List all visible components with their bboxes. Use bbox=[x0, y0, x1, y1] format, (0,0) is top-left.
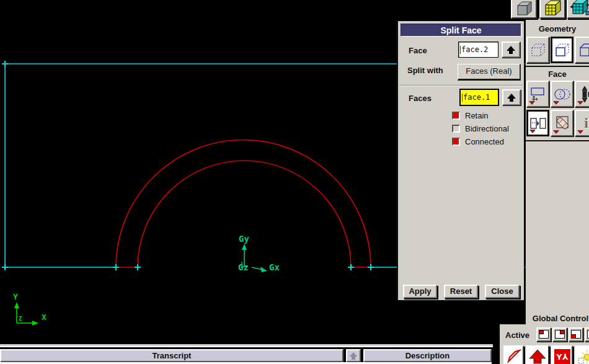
face-commands-row-1 bbox=[526, 81, 589, 107]
gz-axis-label: Gz bbox=[238, 262, 249, 272]
quadrant-top-left-icon bbox=[539, 330, 549, 339]
up-arrow-icon bbox=[350, 352, 357, 360]
apply-button[interactable]: Apply bbox=[403, 285, 437, 298]
orient-pointer-button[interactable] bbox=[503, 345, 524, 364]
dropdown-arrow-icon bbox=[529, 101, 535, 105]
x-axis-label: X bbox=[42, 313, 46, 322]
face-input-value: face.2 bbox=[461, 45, 488, 54]
global-control-label: Global Control bbox=[529, 314, 589, 323]
faces-pick-button[interactable] bbox=[502, 89, 521, 105]
z-axis-label: Z bbox=[19, 316, 22, 322]
y-axis-label: Y bbox=[13, 292, 18, 301]
description-header[interactable]: Description bbox=[363, 349, 492, 362]
face-info-button[interactable]: i bbox=[575, 110, 589, 136]
face-commands-row-2: i bbox=[526, 110, 589, 136]
zones-cube-icon bbox=[569, 0, 589, 16]
zones-operation-button[interactable] bbox=[567, 0, 589, 19]
mesh-cube-icon bbox=[542, 0, 562, 16]
dropdown-arrow-icon bbox=[529, 130, 536, 133]
transcript-header[interactable]: Transcript bbox=[0, 349, 343, 362]
quadrant-bottom-left-icon bbox=[571, 330, 581, 339]
connected-label: Connected bbox=[465, 137, 504, 146]
text-cursor bbox=[460, 46, 461, 54]
retain-label: Retain bbox=[465, 111, 489, 120]
geometry-operation-button[interactable] bbox=[511, 0, 537, 19]
active-quadrant-4-button[interactable] bbox=[585, 327, 589, 342]
vertex-mode-button[interactable] bbox=[526, 37, 549, 63]
bandage-icon bbox=[553, 114, 572, 133]
active-quadrant-2-button[interactable] bbox=[552, 327, 567, 342]
quadrant-top-right-icon bbox=[555, 330, 565, 339]
axis-triad-icon: Y⅄ bbox=[554, 348, 571, 364]
dropdown-arrow-icon bbox=[577, 130, 583, 134]
geometry-cube-icon bbox=[515, 0, 533, 16]
connected-option[interactable]: Connected bbox=[452, 137, 504, 146]
faces-input-value: face.1 bbox=[463, 93, 490, 102]
fit-to-window-button[interactable] bbox=[526, 345, 549, 364]
dropdown-arrow-icon bbox=[553, 130, 559, 134]
operation-sidebar: Geometry bbox=[525, 19, 589, 364]
retain-option[interactable]: Retain bbox=[452, 111, 489, 120]
geometry-section-label: Geometry bbox=[526, 24, 589, 33]
active-label: Active bbox=[505, 331, 529, 340]
vertex-cube-icon bbox=[529, 42, 547, 59]
mesh-operation-button[interactable] bbox=[539, 0, 565, 19]
axis-arrowhead-gy bbox=[242, 244, 247, 250]
gx-axis-label: Gx bbox=[269, 262, 280, 272]
face-section-label: Face bbox=[526, 69, 589, 79]
boolean-faces-button[interactable] bbox=[551, 81, 574, 107]
fit-arrow-icon bbox=[528, 348, 547, 364]
global-control-pad: Active Y⅄ bbox=[500, 324, 589, 364]
render-light-button[interactable] bbox=[575, 345, 589, 364]
split-with-option-button[interactable]: Faces (Real) bbox=[458, 64, 521, 81]
close-button[interactable]: Close bbox=[485, 285, 520, 298]
axis-arrowhead-y bbox=[14, 302, 19, 308]
panel-sash[interactable] bbox=[0, 344, 493, 347]
description-title: Description bbox=[405, 351, 450, 360]
face-mode-button[interactable] bbox=[551, 37, 574, 63]
orient-axis-button[interactable]: Y⅄ bbox=[551, 345, 573, 364]
dialog-separator bbox=[399, 85, 523, 86]
volume-mode-button[interactable] bbox=[575, 37, 589, 63]
face-cube-icon bbox=[554, 42, 571, 59]
transcript-expand-button[interactable] bbox=[346, 349, 361, 362]
bidirectional-option[interactable]: Bidirectional bbox=[452, 124, 509, 133]
face-field-label: Face bbox=[409, 46, 427, 55]
move-copy-icon bbox=[578, 85, 589, 104]
face-pick-button[interactable] bbox=[502, 42, 520, 58]
info-icon: i bbox=[584, 115, 588, 131]
reset-button[interactable]: Reset bbox=[444, 285, 478, 298]
active-quadrant-3-button[interactable] bbox=[569, 327, 583, 342]
faces-field-label: Faces bbox=[409, 94, 432, 103]
up-arrow-icon bbox=[507, 94, 516, 102]
face-input[interactable]: face.2 bbox=[458, 42, 498, 58]
connected-checkbox[interactable] bbox=[452, 138, 460, 146]
axis-arrowhead-gx bbox=[260, 267, 267, 272]
vertex-markers bbox=[2, 61, 374, 270]
retain-checkbox[interactable] bbox=[452, 112, 460, 120]
active-quadrant-1-button[interactable] bbox=[536, 327, 551, 342]
svg-text:Y⅄: Y⅄ bbox=[556, 352, 568, 362]
dropdown-arrow-icon bbox=[577, 101, 583, 105]
create-face-button[interactable] bbox=[526, 81, 549, 107]
split-with-label: Split with bbox=[407, 66, 443, 75]
faces-input[interactable]: face.1 bbox=[459, 89, 499, 106]
bidirectional-checkbox[interactable] bbox=[452, 125, 460, 133]
axis-arrowhead-x bbox=[32, 321, 38, 326]
pointer-arrow-icon bbox=[507, 348, 521, 363]
move-copy-face-button[interactable] bbox=[575, 81, 589, 107]
gy-axis-label: Gy bbox=[239, 234, 249, 244]
split-face-dialog: Split Face Face face.2 Split with Faces … bbox=[397, 20, 525, 301]
text-cursor bbox=[462, 94, 463, 102]
gambit-application-window: Gy Gz Gx Y X Z Geometry bbox=[0, 0, 589, 364]
bidirectional-label: Bidirectional bbox=[465, 124, 509, 133]
global-axis-triad: Gy Gz Gx bbox=[238, 234, 280, 272]
geometry-subpad bbox=[526, 37, 589, 63]
dialog-title-bar[interactable]: Split Face bbox=[401, 24, 521, 37]
section-divider bbox=[526, 140, 589, 141]
boolean-circles-icon bbox=[553, 86, 572, 102]
split-merge-face-button[interactable] bbox=[526, 110, 549, 136]
heal-face-button[interactable] bbox=[551, 110, 574, 136]
transcript-title: Transcript bbox=[153, 351, 192, 360]
section-divider bbox=[526, 66, 589, 67]
